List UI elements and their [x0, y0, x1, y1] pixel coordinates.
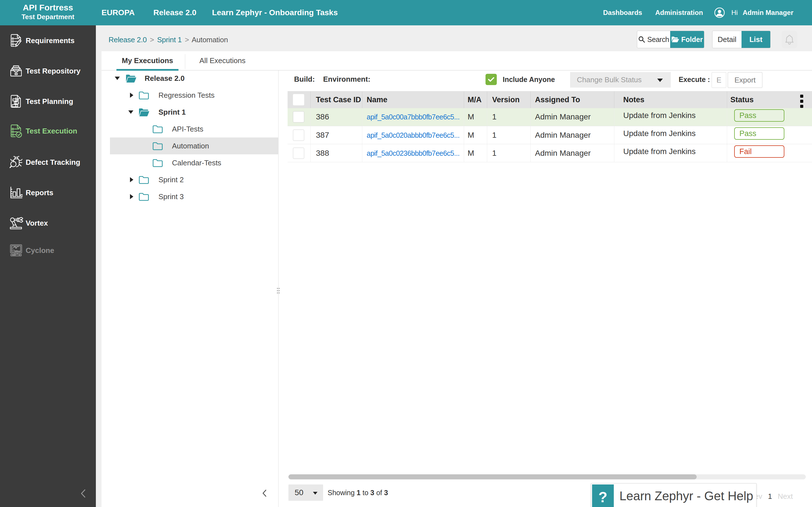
- sidebar-item-test-planning[interactable]: Test Planning: [0, 86, 96, 117]
- sidebar-nav: Requirements Test Repository: [0, 25, 96, 507]
- column-header-notes[interactable]: Notes: [614, 92, 727, 108]
- cell-version: 1: [487, 108, 530, 126]
- folder-closed-icon: [153, 142, 163, 151]
- reports-icon: [10, 186, 22, 199]
- select-all-checkbox[interactable]: [293, 94, 304, 105]
- cell-version: 1: [487, 126, 530, 144]
- environment-label: Environment:: [323, 74, 370, 84]
- page-size-value: 50: [295, 485, 303, 501]
- search-label: Search: [647, 36, 669, 44]
- tree-item-release-2-0[interactable]: Release 2.0: [101, 70, 278, 87]
- caret-right-icon[interactable]: [130, 177, 133, 182]
- folder-closed-icon: [153, 125, 163, 133]
- tree-item-automation[interactable]: Automation: [101, 137, 278, 154]
- help-question-icon[interactable]: ?: [592, 485, 614, 507]
- column-header-status[interactable]: Status: [727, 92, 812, 108]
- search-icon: [638, 36, 645, 43]
- include-anyone-checkbox[interactable]: [486, 74, 497, 85]
- detail-view-button[interactable]: Detail: [712, 31, 742, 48]
- tree-item-sprint-3[interactable]: Sprint 3: [101, 188, 278, 205]
- status-badge[interactable]: Pass: [734, 109, 784, 122]
- cell-notes[interactable]: Update from Jenkins: [614, 108, 727, 126]
- column-header-name[interactable]: Name: [362, 92, 464, 108]
- test-case-link[interactable]: apif_5a0c0236bbb0fb7ee6c5...: [367, 149, 460, 157]
- test-case-link[interactable]: apif_5a0c020abbb0fb7ee6c5...: [367, 131, 460, 139]
- table-row: 387 apif_5a0c020abbb0fb7ee6c5... M 1 Adm…: [288, 126, 812, 144]
- search-button[interactable]: Search: [637, 31, 670, 48]
- menu-dashboards[interactable]: Dashboards: [603, 0, 642, 25]
- row-checkbox[interactable]: [293, 129, 304, 141]
- app-brand[interactable]: API Fortress Test Department: [0, 0, 96, 25]
- help-banner[interactable]: ? Learn Zephyr - Get Help: [591, 483, 756, 507]
- sidebar-item-cyclone[interactable]: Cyclone: [0, 235, 96, 266]
- column-header-test-case-id[interactable]: Test Case ID: [310, 92, 362, 108]
- panel-splitter-grip[interactable]: [276, 287, 280, 294]
- test-repository-icon: [10, 65, 22, 77]
- caret-down-icon[interactable]: [128, 110, 133, 114]
- cell-notes[interactable]: Update from Jenkins: [614, 126, 727, 144]
- menu-project-europa[interactable]: EUROPA: [101, 0, 135, 25]
- top-bar: API Fortress Test Department EUROPA Rele…: [0, 0, 812, 25]
- tree-collapse-chevron-icon[interactable]: [262, 489, 267, 497]
- caret-right-icon[interactable]: [130, 93, 133, 98]
- list-label: List: [749, 35, 762, 44]
- tab-my-executions[interactable]: My Executions: [116, 51, 179, 70]
- column-header-ma[interactable]: M/A: [464, 92, 487, 108]
- caret-right-icon[interactable]: [130, 194, 133, 199]
- menu-learn-zephyr[interactable]: Learn Zephyr - Onboarding Tasks: [212, 0, 338, 25]
- tree-item-regression-tests[interactable]: Regression Tests: [101, 87, 278, 104]
- sidebar-item-reports[interactable]: Reports: [0, 177, 96, 208]
- breadcrumb-release[interactable]: Release 2.0: [109, 36, 147, 44]
- status-badge[interactable]: Fail: [734, 145, 784, 158]
- current-page[interactable]: 1: [768, 492, 772, 501]
- sidebar-item-test-execution[interactable]: Test Execution: [0, 116, 96, 146]
- horizontal-scrollbar-thumb[interactable]: [289, 474, 697, 480]
- bell-icon: [784, 34, 794, 45]
- row-select-cell: [288, 144, 310, 162]
- breadcrumb-separator: >: [185, 36, 189, 44]
- menu-administration[interactable]: Administration: [655, 0, 703, 25]
- showing-total: 3: [384, 489, 388, 497]
- sidebar-item-test-repository[interactable]: Test Repository: [0, 56, 96, 86]
- notifications-button[interactable]: [781, 31, 797, 48]
- column-header-assigned-to[interactable]: Assigned To: [530, 92, 614, 108]
- user-name[interactable]: Admin Manager: [743, 0, 794, 25]
- row-checkbox[interactable]: [293, 111, 304, 122]
- include-anyone-label: Include Anyone: [503, 75, 555, 84]
- execute-input[interactable]: E: [712, 72, 726, 88]
- sidebar-label: Test Planning: [26, 86, 73, 117]
- caret-down-icon[interactable]: [115, 76, 120, 80]
- sidebar-item-requirements[interactable]: Requirements: [0, 25, 96, 56]
- execution-tree: Release 2.0 Regression Tests Sprint 1: [101, 70, 278, 507]
- next-page-button[interactable]: Next: [777, 492, 793, 501]
- column-header-version[interactable]: Version: [487, 92, 530, 108]
- row-checkbox[interactable]: [293, 148, 304, 159]
- check-icon: [488, 76, 495, 82]
- user-avatar-icon[interactable]: [714, 7, 725, 18]
- folder-button[interactable]: Folder: [670, 31, 704, 48]
- cell-status: Pass: [727, 108, 812, 126]
- tree-item-calendar-tests[interactable]: Calendar-Tests: [101, 154, 278, 171]
- sidebar-label: Requirements: [26, 25, 74, 56]
- list-view-button[interactable]: List: [742, 31, 770, 48]
- table-options-kebab-icon[interactable]: [800, 95, 803, 110]
- cell-ma: M: [464, 144, 487, 162]
- tab-all-executions[interactable]: All Executions: [185, 51, 260, 70]
- menu-release[interactable]: Release 2.0: [153, 0, 197, 25]
- cell-status: Pass: [727, 126, 812, 144]
- page-size-select[interactable]: 50: [289, 485, 323, 501]
- sidebar-collapse-chevron-icon[interactable]: [80, 489, 87, 498]
- tree-item-sprint-1[interactable]: Sprint 1: [101, 104, 278, 121]
- sidebar-item-defect-tracking[interactable]: Defect Tracking: [0, 147, 96, 177]
- tree-item-sprint-2[interactable]: Sprint 2: [101, 171, 278, 188]
- test-case-link[interactable]: apif_5a0c00a7bbb0fb7ee6c5...: [367, 113, 460, 121]
- cell-notes[interactable]: Update from Jenkins: [614, 144, 727, 162]
- cell-ma: M: [464, 126, 487, 144]
- change-bulk-status-dropdown[interactable]: Change Bulk Status: [570, 72, 671, 88]
- breadcrumb-sprint[interactable]: Sprint 1: [157, 36, 182, 44]
- cell-version: 1: [487, 144, 530, 162]
- status-badge[interactable]: Pass: [734, 127, 784, 140]
- sidebar-item-vortex[interactable]: Vortex: [0, 208, 96, 238]
- export-button[interactable]: Export: [728, 72, 762, 88]
- tree-item-api-tests[interactable]: API-Tests: [101, 121, 278, 137]
